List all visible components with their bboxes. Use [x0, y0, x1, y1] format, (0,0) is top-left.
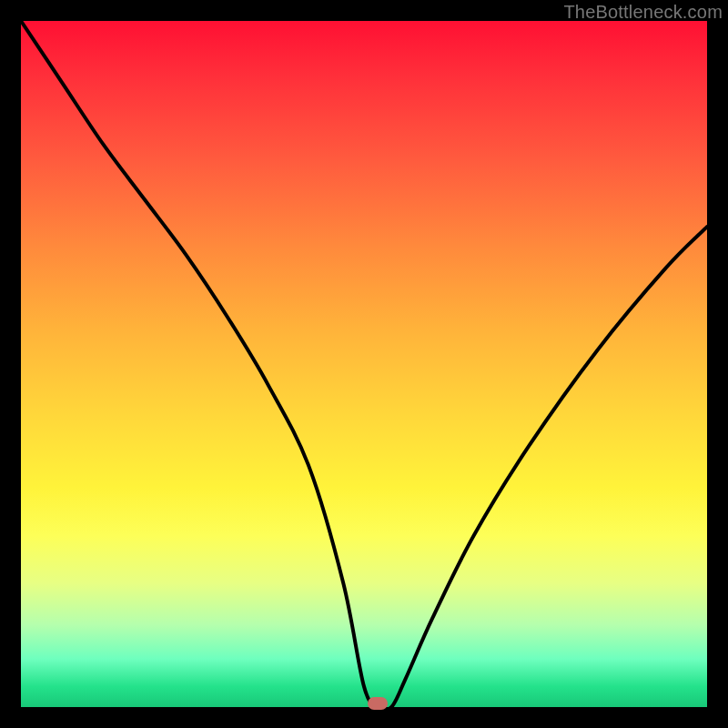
curve-path — [21, 21, 707, 707]
watermark-text: TheBottleneck.com — [563, 2, 723, 23]
chart-frame — [21, 21, 707, 707]
bottleneck-curve — [21, 21, 707, 707]
optimal-point-marker — [368, 697, 388, 710]
